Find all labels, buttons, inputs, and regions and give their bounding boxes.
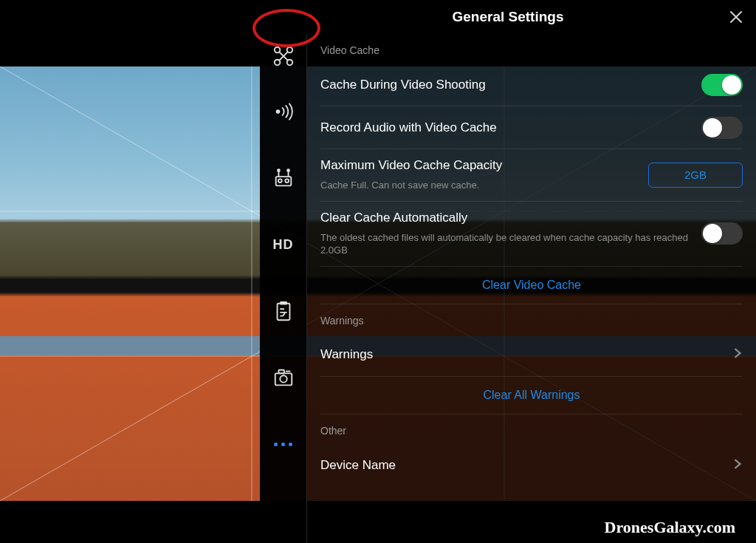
section-label-warnings: Warnings: [320, 304, 743, 334]
sidebar-item-controller[interactable]: [260, 145, 307, 211]
capacity-value-button[interactable]: 2GB: [648, 163, 743, 188]
settings-header: General Settings: [260, 0, 756, 34]
svg-point-10: [275, 109, 280, 114]
sidebar-item-transmission[interactable]: HD: [260, 211, 307, 278]
svg-point-21: [280, 375, 286, 382]
svg-point-9: [286, 60, 292, 66]
drone-icon: [272, 45, 295, 67]
chevron-right-icon: [732, 459, 743, 472]
row-subtext: The oldest cached files will automatical…: [320, 231, 701, 257]
svg-point-7: [286, 47, 292, 53]
row-cache-during-shooting: Cache During Video Shooting: [320, 64, 743, 106]
sidebar-item-aircraft[interactable]: [260, 34, 307, 78]
sidebar-item-battery[interactable]: [260, 278, 307, 344]
chevron-right-icon: [732, 348, 743, 361]
row-label: Warnings: [320, 347, 373, 362]
sidebar-item-sensors[interactable]: [260, 78, 307, 145]
hd-icon: HD: [273, 237, 294, 253]
row-warnings[interactable]: Warnings: [320, 334, 743, 377]
svg-point-13: [285, 179, 289, 182]
svg-point-17: [287, 169, 289, 171]
row-device-name[interactable]: Device Name: [320, 444, 743, 487]
row-clear-video-cache: Clear Video Cache: [320, 267, 743, 304]
settings-sidebar: HD: [260, 34, 307, 543]
row-label: Maximum Video Cache Capacity: [320, 158, 502, 173]
row-label: Clear Cache Automatically: [320, 211, 701, 225]
row-clear-auto: Clear Cache Automatically The oldest cac…: [320, 202, 743, 267]
row-label: Cache During Video Shooting: [320, 78, 486, 92]
watermark-text: DronesGalaxy.com: [605, 518, 735, 537]
toggle-cache-shooting[interactable]: [701, 74, 743, 96]
section-label-other: Other: [320, 414, 743, 444]
toggle-record-audio[interactable]: [701, 117, 743, 139]
section-label-video-cache: Video Cache: [320, 34, 743, 64]
remote-controller-icon: [272, 167, 295, 189]
row-label: Record Audio with Video Cache: [320, 120, 497, 135]
svg-point-12: [278, 179, 281, 182]
svg-point-16: [278, 169, 280, 171]
page-title: General Settings: [453, 9, 564, 25]
sidebar-item-gimbal[interactable]: [260, 344, 307, 411]
svg-rect-19: [280, 301, 286, 305]
close-icon: [726, 7, 746, 27]
clear-video-cache-link[interactable]: Clear Video Cache: [482, 279, 581, 291]
close-button[interactable]: [726, 7, 746, 27]
svg-rect-22: [278, 370, 284, 374]
row-clear-all-warnings: Clear All Warnings: [320, 377, 743, 414]
svg-point-6: [274, 47, 280, 53]
clipboard-icon: [272, 300, 295, 322]
row-record-audio: Record Audio with Video Cache: [320, 106, 743, 149]
more-icon: [274, 443, 292, 446]
row-subtext: Cache Full. Can not save new cache.: [320, 179, 502, 192]
sidebar-item-general[interactable]: [260, 411, 307, 477]
signal-icon: [272, 100, 295, 123]
toggle-clear-auto[interactable]: [701, 222, 743, 245]
settings-content: Video Cache Cache During Video Shooting …: [307, 34, 756, 543]
row-max-capacity: Maximum Video Cache Capacity Cache Full.…: [320, 149, 743, 202]
clear-all-warnings-link[interactable]: Clear All Warnings: [483, 389, 580, 401]
svg-point-8: [274, 60, 280, 66]
row-label: Device Name: [320, 458, 396, 473]
camera-icon: [272, 366, 295, 389]
